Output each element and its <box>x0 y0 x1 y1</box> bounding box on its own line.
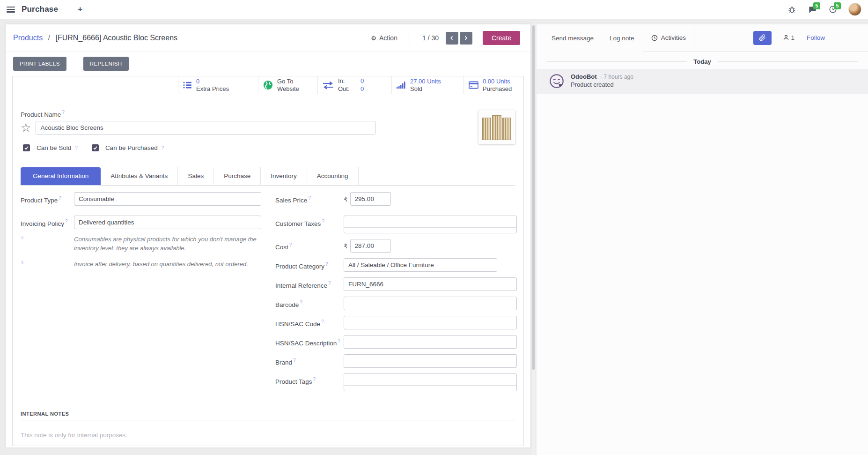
consumable-help-text: Consumables are physical products for wh… <box>74 235 259 253</box>
help-question-mark: ? <box>300 300 302 305</box>
extra-prices-button[interactable]: 0 Extra Prices <box>178 76 258 94</box>
send-message-button[interactable]: Send message <box>552 35 594 42</box>
tab-sales[interactable]: Sales <box>178 167 214 185</box>
help-question-mark: ? <box>338 338 340 343</box>
product-category-input[interactable] <box>344 258 497 272</box>
can-be-sold-checkbox[interactable] <box>23 144 30 151</box>
customer-taxes-label: Customer Taxes? <box>275 216 344 227</box>
internal-notes-placeholder[interactable]: This note is only for internal purposes. <box>21 432 515 439</box>
breadcrumb-current: [FURN_6666] Acoustic Bloc Screens <box>56 34 178 42</box>
in-label: In: <box>338 77 354 85</box>
vertical-scrollbar[interactable] <box>532 24 535 455</box>
pager-next-button[interactable] <box>460 32 472 45</box>
currency-symbol: ₹ <box>344 192 348 203</box>
product-category-label: Product Category? <box>275 258 344 270</box>
in-out-button[interactable]: In:0 Out:0 <box>317 76 391 94</box>
message-timestamp: - 7 hours ago <box>600 74 633 80</box>
product-type-label: Product Type? <box>21 192 74 204</box>
product-name-label: Product Name? <box>21 110 515 118</box>
bar-chart-icon <box>397 81 406 89</box>
invoicing-policy-input[interactable] <box>74 216 261 229</box>
can-be-purchased-label: Can be Purchased <box>105 144 158 151</box>
help-question-mark: ? <box>308 195 311 201</box>
tab-inventory[interactable]: Inventory <box>261 167 307 185</box>
product-name-input[interactable] <box>36 121 375 134</box>
product-tags-label: Product Tags? <box>275 373 344 385</box>
cost-input[interactable] <box>350 239 391 253</box>
tab-purchase[interactable]: Purchase <box>214 167 261 185</box>
help-question-mark: ? <box>65 219 68 224</box>
attach-files-button[interactable] <box>753 31 772 45</box>
help-question-mark: ? <box>289 242 292 247</box>
print-labels-button[interactable]: PRINT LABELS <box>13 57 66 71</box>
form-view: Products / [FURN_6666] Acoustic Bloc Scr… <box>6 24 530 448</box>
followers-button[interactable]: 1 <box>783 34 794 41</box>
schedule-activity-button[interactable]: Activities <box>643 24 694 51</box>
hsn-code-input[interactable] <box>344 316 517 329</box>
message-author[interactable]: OdooBot <box>571 73 597 80</box>
help-question-mark: ? <box>162 145 164 150</box>
log-note-button[interactable]: Log note <box>610 35 634 42</box>
tab-attributes-variants[interactable]: Attributes & Variants <box>101 167 178 185</box>
user-avatar[interactable] <box>848 3 861 16</box>
help-question-mark: ? <box>59 195 61 201</box>
can-be-purchased-checkbox[interactable] <box>92 144 99 151</box>
product-tags-input[interactable] <box>344 373 517 391</box>
favorite-star-icon[interactable]: ☆ <box>21 122 31 134</box>
help-question-mark: ? <box>313 377 316 382</box>
invoicing-policy-label: Invoicing Policy? <box>21 216 74 227</box>
help-question-mark: ? <box>62 110 65 115</box>
product-image[interactable] <box>478 110 515 144</box>
follow-button[interactable]: Follow <box>807 34 825 41</box>
hsn-code-label: HSN/SAC Code? <box>275 316 344 328</box>
in-value: 0 <box>360 77 364 85</box>
pricelist-icon <box>183 81 192 89</box>
replenish-button[interactable]: REPLENISH <box>83 57 129 71</box>
breadcrumb-products-link[interactable]: Products <box>13 34 43 42</box>
sales-price-label: Sales Price? <box>275 192 344 204</box>
extra-prices-label: Extra Prices <box>196 85 229 93</box>
sales-price-input[interactable] <box>350 192 391 206</box>
help-question-mark: ? <box>293 358 296 363</box>
customer-taxes-input[interactable] <box>344 216 517 233</box>
chatter-message[interactable]: OdooBot - 7 hours ago Product created <box>537 69 868 94</box>
message-body: Product created <box>571 81 633 88</box>
units-sold-button[interactable]: 27.00 Units Sold <box>391 76 463 94</box>
tab-accounting[interactable]: Accounting <box>307 167 359 185</box>
today-label: Today <box>693 58 711 65</box>
apps-menu-icon[interactable] <box>7 7 15 13</box>
help-question-mark: ? <box>322 219 324 224</box>
brand-input[interactable] <box>344 354 517 368</box>
currency-symbol: ₹ <box>344 239 348 250</box>
control-panel: Products / [FURN_6666] Acoustic Bloc Scr… <box>6 24 530 52</box>
breadcrumb: Products / [FURN_6666] Acoustic Bloc Scr… <box>13 34 177 42</box>
plus-icon[interactable]: + <box>78 5 82 14</box>
hsn-description-input[interactable] <box>344 335 517 349</box>
units-purchased-button[interactable]: 0.00 Units Purchased <box>463 76 523 94</box>
globe-icon <box>263 80 273 90</box>
transfer-arrows-icon <box>323 81 334 90</box>
activities-clock-icon[interactable]: 5 <box>828 4 838 15</box>
action-label: Action <box>379 34 397 42</box>
barcode-input[interactable] <box>344 297 517 310</box>
action-menu-button[interactable]: ⚙ Action <box>371 34 397 42</box>
scrollbar-thumb[interactable] <box>532 25 535 370</box>
paperclip-icon <box>759 34 766 41</box>
units-purchased-value: 0.00 Units <box>483 78 512 85</box>
form-sheet: 0 Extra Prices Go To Website In:0 Out:0 <box>12 76 524 446</box>
top-navbar: Purchase + 5 5 <box>0 0 868 19</box>
app-title[interactable]: Purchase <box>22 5 58 14</box>
tab-general-information[interactable]: General Information <box>21 167 101 185</box>
brand-label: Brand? <box>275 354 344 366</box>
create-button[interactable]: Create <box>483 31 520 45</box>
messages-icon[interactable]: 5 <box>807 4 817 15</box>
product-type-input[interactable] <box>74 192 261 206</box>
go-to-website-button[interactable]: Go To Website <box>258 76 317 94</box>
pager-previous-button[interactable] <box>446 32 458 45</box>
debug-bug-icon[interactable] <box>787 4 797 15</box>
credit-card-icon <box>469 81 478 89</box>
hsn-description-label: HSN/SAC Description? <box>275 335 344 347</box>
pager-counter: 1 / 30 <box>422 34 439 42</box>
website-line2: Website <box>277 85 299 93</box>
internal-reference-input[interactable] <box>344 277 517 291</box>
